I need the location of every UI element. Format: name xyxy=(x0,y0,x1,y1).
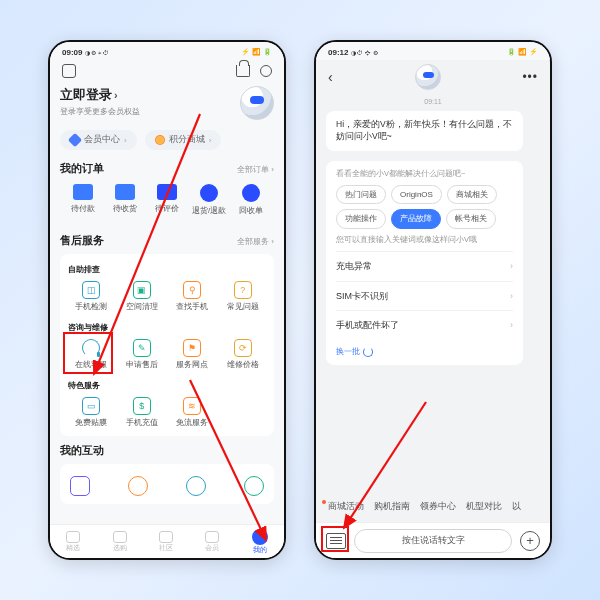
space-clean[interactable]: ▣空间清理 xyxy=(117,281,168,312)
interact-4[interactable] xyxy=(244,476,264,496)
phone-topup[interactable]: $手机充值 xyxy=(117,397,168,428)
phone-right: 09:12 ◑ ⏱ ⌖ ⚙ 🔋 📶 ⚡ ‹ ••• 09:11 Hi，亲爱的V粉… xyxy=(314,40,552,560)
badge-dot xyxy=(322,500,326,504)
chat-timestamp: 09:11 xyxy=(326,98,540,105)
scan-icon[interactable] xyxy=(260,65,272,77)
consult-label: 咨询与维修 xyxy=(68,322,268,333)
chip-mall[interactable]: 商城相关 xyxy=(447,185,497,204)
chip-product-fault[interactable]: 产品故障 xyxy=(391,209,441,228)
status-bar: 09:09 ◑ ⚙ ⌖ ⏱ ⚡ 📶 🔋 xyxy=(50,42,284,60)
aftersale-title: 售后服务 xyxy=(60,234,104,248)
plus-button[interactable]: + xyxy=(520,531,540,551)
orders-more[interactable]: 全部订单 › xyxy=(237,164,274,175)
apply-aftersale[interactable]: ✎申请售后 xyxy=(117,339,168,370)
status-bar-2: 09:12 ◑ ⏱ ⌖ ⚙ 🔋 📶 ⚡ xyxy=(316,42,550,60)
order-recycle[interactable]: 回收单 xyxy=(230,184,272,216)
special-label: 特色服务 xyxy=(68,380,268,391)
avatar[interactable] xyxy=(240,86,274,120)
more-button[interactable]: ••• xyxy=(522,70,538,84)
chip-function[interactable]: 功能操作 xyxy=(336,209,386,228)
chat-avatar xyxy=(415,64,441,90)
faq[interactable]: ?常见问题 xyxy=(218,281,269,312)
nav-member[interactable]: 会员 xyxy=(205,531,219,553)
nav-shop[interactable]: 选购 xyxy=(113,531,127,553)
interact-title: 我的互动 xyxy=(60,444,104,458)
options-bubble: 看看全能的小V都能解决什么问题吧~ 热门问题 OriginOS 商城相关 功能操… xyxy=(326,161,523,365)
phone-check[interactable]: ◫手机检测 xyxy=(66,281,117,312)
aftersale-card: 自助排查 ◫手机检测 ▣空间清理 ⚲查找手机 ?常见问题 咨询与维修 在线客服 … xyxy=(60,254,274,436)
q-broken[interactable]: 手机或配件坏了› xyxy=(336,310,513,340)
free-film[interactable]: ▭免费贴膜 xyxy=(66,397,117,428)
sugg-5[interactable]: 以 xyxy=(512,501,521,513)
chip-originos[interactable]: OriginOS xyxy=(391,185,442,204)
service-points[interactable]: ⚑服务网点 xyxy=(167,339,218,370)
order-refund[interactable]: 退货/退款 xyxy=(188,184,230,216)
refresh-button[interactable]: 换一批 xyxy=(336,346,513,357)
hint-2: 您可以直接输入关键词或像这样问小V哦 xyxy=(336,235,513,246)
cart-icon[interactable] xyxy=(236,65,250,77)
keyboard-icon[interactable] xyxy=(326,533,346,549)
refresh-icon xyxy=(363,347,373,357)
repair-price[interactable]: ⟳维修价格 xyxy=(218,339,269,370)
selfcheck-label: 自助排查 xyxy=(68,264,268,275)
order-pending-pay[interactable]: 待付款 xyxy=(62,184,104,216)
phone-left: 09:09 ◑ ⚙ ⌖ ⏱ ⚡ 📶 🔋 立即登录› 登录享受更多会员权益 会员中… xyxy=(48,40,286,560)
free-data[interactable]: ≋免流服务 xyxy=(167,397,218,428)
interact-2[interactable] xyxy=(128,476,148,496)
q-charging[interactable]: 充电异常› xyxy=(336,251,513,281)
sugg-2[interactable]: 购机指南 xyxy=(374,501,410,513)
order-pending-receive[interactable]: 待收货 xyxy=(104,184,146,216)
bottom-nav: 精选 选购 社区 会员 我的 xyxy=(50,524,284,558)
greeting-bubble: Hi，亲爱的V粉，新年快乐！有什么问题，不妨问问小V吧~ xyxy=(326,111,523,151)
nav-community[interactable]: 社区 xyxy=(159,531,173,553)
chip-account[interactable]: 帐号相关 xyxy=(446,209,496,228)
sugg-3[interactable]: 领券中心 xyxy=(420,501,456,513)
suggestion-row: 商城活动 购机指南 领券中心 机型对比 以 xyxy=(316,492,550,522)
login-button[interactable]: 立即登录› xyxy=(60,86,140,104)
back-button[interactable]: ‹ xyxy=(328,69,333,85)
q-sim[interactable]: SIM卡不识别› xyxy=(336,281,513,311)
order-pending-review[interactable]: 待评价 xyxy=(146,184,188,216)
points-mall-pill[interactable]: 积分商城› xyxy=(145,130,222,150)
settings-icon[interactable] xyxy=(62,64,76,78)
online-service[interactable]: 在线客服 xyxy=(66,339,117,370)
nav-mine[interactable]: 我的 xyxy=(252,529,268,555)
nav-featured[interactable]: 精选 xyxy=(66,531,80,553)
hint-1: 看看全能的小V都能解决什么问题吧~ xyxy=(336,169,513,180)
sugg-4[interactable]: 机型对比 xyxy=(466,501,502,513)
login-subtitle: 登录享受更多会员权益 xyxy=(60,106,140,117)
interact-3[interactable] xyxy=(186,476,206,496)
member-center-pill[interactable]: 会员中心› xyxy=(60,130,137,150)
find-phone[interactable]: ⚲查找手机 xyxy=(167,281,218,312)
input-bar: 按住说话转文字 + xyxy=(316,522,550,558)
chip-hot[interactable]: 热门问题 xyxy=(336,185,386,204)
aftersale-more[interactable]: 全部服务 › xyxy=(237,236,274,247)
interact-1[interactable] xyxy=(70,476,90,496)
headset-icon xyxy=(82,339,100,357)
orders-title: 我的订单 xyxy=(60,162,104,176)
sugg-1[interactable]: 商城活动 xyxy=(328,501,364,513)
voice-input-button[interactable]: 按住说话转文字 xyxy=(354,529,512,553)
